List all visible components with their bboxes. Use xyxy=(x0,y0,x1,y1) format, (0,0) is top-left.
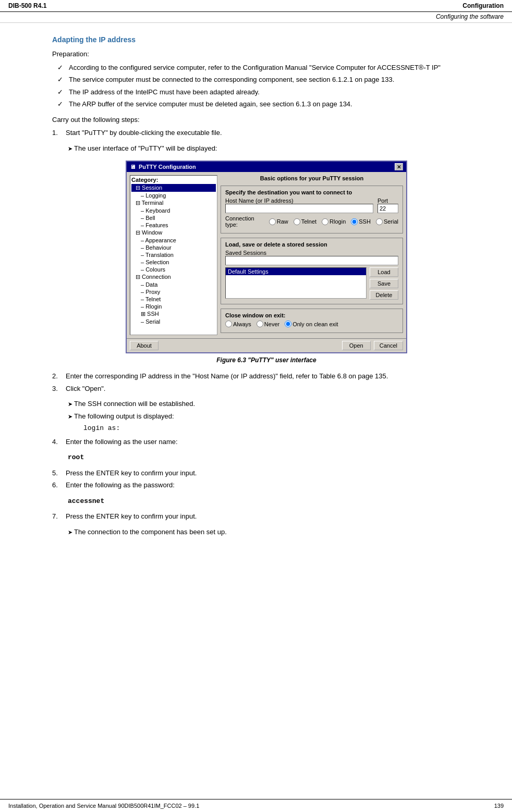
step-3: 3. Click "Open". xyxy=(52,384,481,394)
close-always[interactable]: Always xyxy=(225,321,251,327)
close-window-group: Close window on exit: Always Never Only … xyxy=(221,309,403,333)
cat-item-window[interactable]: ⊟ Window xyxy=(131,229,216,237)
radio-rlogin[interactable]: Rlogin xyxy=(322,218,346,225)
cat-item-logging[interactable]: – Logging xyxy=(131,192,216,199)
radio-raw[interactable]: Raw xyxy=(269,218,288,225)
check-item-3: The IP address of the IntelPC must have … xyxy=(57,87,481,97)
saved-sessions-label: Saved Sessions xyxy=(225,250,398,256)
cat-item-behaviour[interactable]: – Behaviour xyxy=(131,244,216,251)
cat-item-bell[interactable]: – Bell xyxy=(131,214,216,222)
cat-item-rlogin[interactable]: – Rlogin xyxy=(131,303,216,310)
connection-type-label: Connection type: xyxy=(225,215,264,228)
steps-list-3: 4. Enter the following as the user name: xyxy=(52,437,481,447)
close-options-row: Always Never Only on clean exit xyxy=(225,321,398,327)
cat-item-keyboard[interactable]: – Keyboard xyxy=(131,207,216,214)
session-item-default[interactable]: Default Settings xyxy=(226,268,366,275)
step-4: 4. Enter the following as the user name: xyxy=(52,437,481,447)
cat-item-terminal[interactable]: ⊟ Terminal xyxy=(131,199,216,207)
section-title: Adapting the IP address xyxy=(52,35,481,44)
cat-item-selection[interactable]: – Selection xyxy=(131,259,216,266)
delete-button[interactable]: Delete xyxy=(370,290,398,300)
cat-item-appearance[interactable]: – Appearance xyxy=(131,237,216,244)
figure-caption: Figure 6.3 "PuTTY" user interface xyxy=(52,356,481,364)
username-display: root xyxy=(52,452,481,463)
connection-type-row: Connection type: Raw Telnet Rlogin SSH S… xyxy=(225,215,398,228)
steps-list-5: 7. Press the ENTER key to confirm your i… xyxy=(52,511,481,522)
page-footer: Installation, Operation and Service Manu… xyxy=(0,799,512,812)
close-clean[interactable]: Only on clean exit xyxy=(285,321,338,327)
check-list: According to the configured service comp… xyxy=(57,63,481,109)
radio-ssh[interactable]: SSH xyxy=(351,218,371,225)
password-code: accessnet xyxy=(68,497,104,505)
panel-title: Basic options for your PuTTY session xyxy=(221,175,403,181)
preparation-label: Preparation: xyxy=(52,49,481,59)
sessions-buttons: Load Save Delete xyxy=(370,267,398,300)
steps-list-2: 2. Enter the corresponding IP address in… xyxy=(52,371,481,393)
header-left: DIB-500 R4.1 xyxy=(8,2,46,9)
destination-label: Specify the destination you want to conn… xyxy=(225,189,398,195)
step-6: 6. Enter the following as the password: xyxy=(52,480,481,490)
cat-item-session[interactable]: ⊟ Session xyxy=(131,184,216,192)
open-button[interactable]: Open xyxy=(342,341,371,350)
putty-body: Category: ⊟ Session– Logging⊟ Terminal– … xyxy=(127,172,406,338)
saved-sessions-input[interactable] xyxy=(225,256,398,265)
putty-titlebar-title: 🖥 PuTTY Configuration xyxy=(130,164,196,170)
host-row: Host Name (or IP address) Port xyxy=(225,198,398,213)
arrow-4: The connection to the component has been… xyxy=(52,527,481,537)
step-5: 5. Press the ENTER key to confirm your i… xyxy=(52,468,481,478)
check-item-1: According to the configured service comp… xyxy=(57,63,481,73)
category-label: Category: xyxy=(131,177,216,183)
footer-right: 139 xyxy=(494,803,504,809)
cat-item-colours[interactable]: – Colours xyxy=(131,266,216,273)
header-right: Configuration xyxy=(462,2,504,9)
host-label: Host Name (or IP address) xyxy=(225,198,373,204)
footer-left: Installation, Operation and Service Manu… xyxy=(8,803,199,809)
port-label: Port xyxy=(377,198,398,204)
step-2: 2. Enter the corresponding IP address in… xyxy=(52,371,481,382)
arrow-1: The user interface of "PuTTY" will be di… xyxy=(52,143,481,154)
port-input[interactable] xyxy=(377,204,398,213)
putty-title: PuTTY Configuration xyxy=(139,164,196,170)
save-button[interactable]: Save xyxy=(370,279,398,288)
load-save-label: Load, save or delete a stored session xyxy=(225,241,398,248)
subheader-text: Configuring the software xyxy=(436,13,504,20)
cat-item-serial[interactable]: – Serial xyxy=(131,318,216,325)
login-as-code: login as: xyxy=(52,423,481,434)
step-1: 1. Start "PuTTY" by double-clicking the … xyxy=(52,128,481,138)
close-never[interactable]: Never xyxy=(257,321,279,327)
load-save-group: Load, save or delete a stored session Sa… xyxy=(221,238,403,304)
putty-icon: 🖥 xyxy=(130,164,136,170)
category-tree: ⊟ Session– Logging⊟ Terminal– Keyboard– … xyxy=(131,184,216,325)
right-panel: Basic options for your PuTTY session Spe… xyxy=(221,175,403,335)
cat-item-connection[interactable]: ⊟ Connection xyxy=(131,273,216,281)
carry-label: Carry out the following steps: xyxy=(52,115,481,125)
main-content: Adapting the IP address Preparation: Acc… xyxy=(0,23,512,551)
sessions-list[interactable]: Default Settings xyxy=(225,267,367,299)
cancel-button[interactable]: Cancel xyxy=(374,341,403,350)
cat-item-data[interactable]: – Data xyxy=(131,281,216,288)
arrow-3: The following output is displayed: xyxy=(52,411,481,422)
about-button[interactable]: About xyxy=(130,341,159,350)
destination-group: Specify the destination you want to conn… xyxy=(221,186,403,233)
username-code: root xyxy=(68,453,84,461)
cat-item-ssh[interactable]: ⊞ SSH xyxy=(131,310,216,318)
category-panel: Category: ⊟ Session– Logging⊟ Terminal– … xyxy=(130,175,217,335)
putty-window: 🖥 PuTTY Configuration ✕ Category: ⊟ Sess… xyxy=(126,161,407,353)
page-subheader: Configuring the software xyxy=(0,12,512,23)
step-7: 7. Press the ENTER key to confirm your i… xyxy=(52,511,481,522)
host-input[interactable] xyxy=(225,204,373,213)
cat-item-proxy[interactable]: – Proxy xyxy=(131,288,216,296)
radio-telnet[interactable]: Telnet xyxy=(294,218,316,225)
radio-serial[interactable]: Serial xyxy=(376,218,398,225)
cat-item-translation[interactable]: – Translation xyxy=(131,251,216,259)
load-button[interactable]: Load xyxy=(370,267,398,277)
arrow-2: The SSH connection will be established. xyxy=(52,399,481,409)
bottom-buttons: About Open Cancel xyxy=(127,338,406,352)
putty-titlebar: 🖥 PuTTY Configuration ✕ xyxy=(127,162,406,172)
putty-close-button[interactable]: ✕ xyxy=(395,163,403,170)
password-display: accessnet xyxy=(52,496,481,507)
cat-item-features[interactable]: – Features xyxy=(131,222,216,229)
sessions-col: Default Settings xyxy=(225,267,367,299)
check-item-4: The ARP buffer of the service computer m… xyxy=(57,99,481,109)
cat-item-telnet[interactable]: – Telnet xyxy=(131,296,216,303)
